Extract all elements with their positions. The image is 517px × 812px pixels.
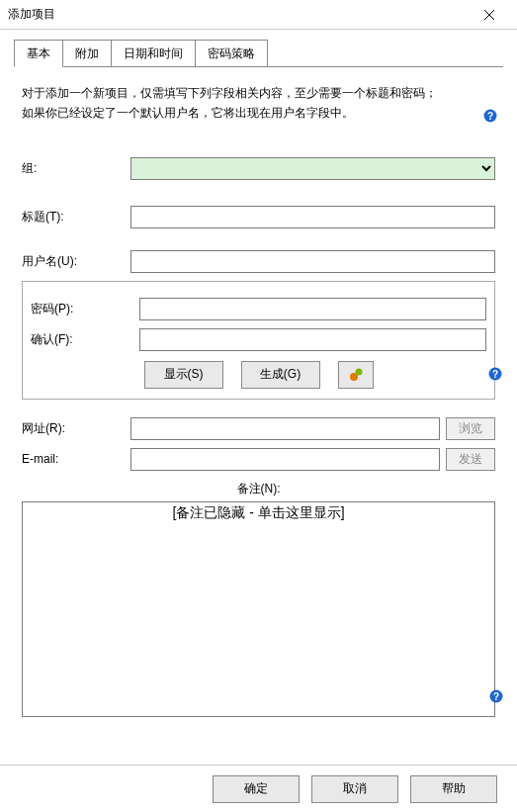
password-buttons: 显示(S) 生成(G) ? bbox=[31, 361, 486, 389]
row-password: 密码(P): bbox=[31, 298, 486, 320]
tab-basic[interactable]: 基本 bbox=[14, 40, 63, 67]
notes-textarea[interactable]: [备注已隐藏 - 单击这里显示] bbox=[22, 501, 495, 717]
show-button[interactable]: 显示(S) bbox=[144, 361, 223, 389]
notes-hidden-hint[interactable]: [备注已隐藏 - 单击这里显示] bbox=[23, 502, 494, 522]
intro-line2: 如果你已经设定了一个默认用户名，它将出现在用户名字段中。 bbox=[22, 103, 495, 123]
help-button[interactable]: 帮助 bbox=[410, 775, 497, 803]
title-input[interactable] bbox=[130, 206, 495, 228]
content-area: 基本 附加 日期和时间 密码策略 对于添加一个新项目，仅需填写下列字段相关内容，… bbox=[0, 30, 517, 725]
panel-basic: 对于添加一个新项目，仅需填写下列字段相关内容，至少需要一个标题和密码； 如果你已… bbox=[14, 67, 503, 725]
label-title: 标题(T): bbox=[22, 209, 130, 226]
password-group: 密码(P): 确认(F): 显示(S) 生成(G) bbox=[22, 281, 495, 400]
row-confirm: 确认(F): bbox=[31, 328, 486, 351]
username-input[interactable] bbox=[130, 250, 495, 273]
svg-point-5 bbox=[355, 368, 362, 375]
group-select[interactable] bbox=[130, 157, 495, 180]
window-title: 添加项目 bbox=[8, 6, 470, 23]
tab-additional[interactable]: 附加 bbox=[62, 40, 112, 66]
row-url: 网址(R): 浏览 bbox=[22, 417, 495, 440]
email-input[interactable] bbox=[130, 448, 440, 471]
tab-bar: 基本 附加 日期和时间 密码策略 bbox=[14, 40, 503, 67]
row-title: 标题(T): bbox=[22, 206, 495, 228]
notes-wrapper: [备注已隐藏 - 单击这里显示] ? bbox=[22, 501, 495, 717]
close-icon bbox=[484, 10, 494, 20]
label-username: 用户名(U): bbox=[22, 253, 130, 270]
label-group: 组: bbox=[22, 160, 130, 177]
row-group: 组: bbox=[22, 157, 495, 180]
password-input[interactable] bbox=[139, 298, 486, 320]
label-email: E-mail: bbox=[22, 452, 130, 466]
row-username: 用户名(U): bbox=[22, 250, 495, 273]
intro-text: 对于添加一个新项目，仅需填写下列字段相关内容，至少需要一个标题和密码； 如果你已… bbox=[22, 83, 495, 124]
label-url: 网址(R): bbox=[22, 420, 130, 437]
titlebar: 添加项目 bbox=[0, 0, 517, 30]
cancel-button[interactable]: 取消 bbox=[311, 775, 398, 803]
send-button[interactable]: 发送 bbox=[446, 448, 495, 471]
help-icon[interactable]: ? bbox=[489, 689, 503, 706]
intro-line1: 对于添加一个新项目，仅需填写下列字段相关内容，至少需要一个标题和密码； bbox=[22, 83, 495, 103]
dice-icon bbox=[348, 367, 364, 383]
footer: 确定 取消 帮助 bbox=[0, 765, 517, 812]
row-email: E-mail: 发送 bbox=[22, 448, 495, 471]
generate-button[interactable]: 生成(G) bbox=[241, 361, 320, 389]
svg-text:?: ? bbox=[487, 111, 493, 122]
label-confirm: 确认(F): bbox=[31, 331, 139, 348]
help-icon[interactable]: ? bbox=[488, 367, 502, 384]
tab-policy[interactable]: 密码策略 bbox=[195, 40, 268, 66]
tab-datetime[interactable]: 日期和时间 bbox=[111, 40, 196, 66]
svg-text:?: ? bbox=[493, 691, 499, 702]
ok-button[interactable]: 确定 bbox=[213, 775, 300, 803]
label-notes: 备注(N): bbox=[22, 481, 495, 497]
label-password: 密码(P): bbox=[31, 301, 139, 317]
browse-button[interactable]: 浏览 bbox=[446, 417, 495, 440]
svg-text:?: ? bbox=[492, 369, 498, 380]
confirm-input[interactable] bbox=[139, 328, 486, 351]
url-input[interactable] bbox=[130, 417, 440, 440]
help-icon[interactable]: ? bbox=[483, 109, 497, 129]
policy-icon-button[interactable] bbox=[338, 361, 374, 389]
close-button[interactable] bbox=[470, 1, 509, 29]
